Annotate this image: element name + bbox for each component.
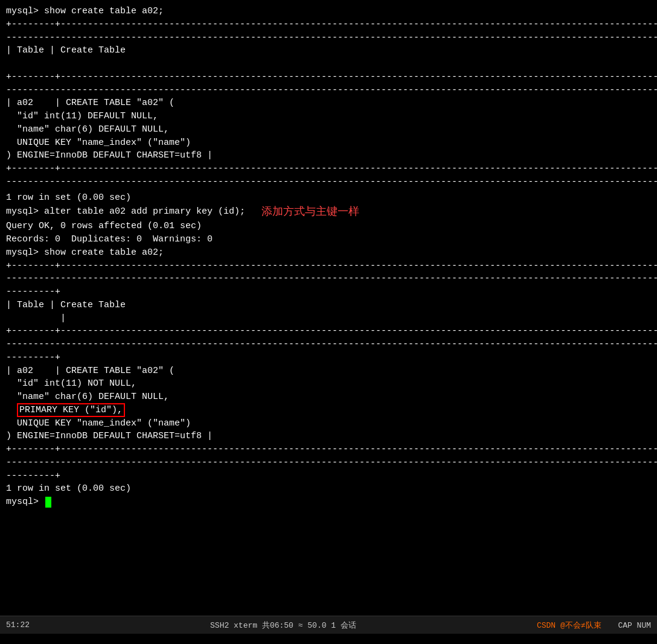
table-header-1: | Table | Create Table | bbox=[6, 44, 651, 57]
records-info: Records: 0 Duplicates: 0 Warnings: 0 bbox=[6, 233, 651, 246]
data-row-1-4: UNIQUE KEY "name_index" ("name") bbox=[6, 136, 651, 150]
result-1-text: 1 row in set (0.00 sec) bbox=[6, 191, 651, 205]
table-header-2b: | bbox=[6, 312, 651, 325]
status-caps-num: CAP NUM bbox=[618, 621, 651, 630]
separator-3b: ----------------------------------------… bbox=[6, 176, 651, 189]
separator-2a: +--------+------------------------------… bbox=[6, 71, 651, 84]
status-middle: SSH2 xterm 共06:50 ≈ 50.0 1 会话 bbox=[210, 620, 356, 631]
command-line-2-container: mysql> alter table a02 add primary key (… bbox=[6, 204, 651, 220]
statusbar: 51:22 SSH2 xterm 共06:50 ≈ 50.0 1 会话 CSDN… bbox=[0, 616, 657, 634]
table-header-1b: | bbox=[6, 57, 651, 71]
terminal: mysql> show create table a02; +--------+… bbox=[0, 0, 657, 616]
status-right-section: CSDN @不会≠队束 CAP NUM bbox=[537, 620, 651, 631]
separator-6a: +--------+------------------------------… bbox=[6, 443, 651, 456]
command-line-2: mysql> alter table a02 add primary key (… bbox=[6, 205, 261, 218]
data-row-1-5: ) ENGINE=InnoDB DEFAULT CHARSET=utf8 | bbox=[6, 149, 651, 162]
data-row-2-4-highlighted: PRIMARY KEY ("id"), bbox=[6, 404, 651, 417]
separator-6c: ---------+ bbox=[6, 470, 651, 483]
data-row-2-2: "id" int(11) NOT NULL, bbox=[6, 377, 651, 391]
command-line-3: mysql> show create table a02; bbox=[6, 246, 651, 260]
separator-3a: +--------+------------------------------… bbox=[6, 162, 651, 176]
annotation-text: 添加方式与主键一样 bbox=[261, 204, 359, 220]
table-header-2: | Table | Create Table bbox=[6, 299, 651, 312]
separator-4b: ----------------------------------------… bbox=[6, 272, 651, 285]
data-row-1-2: "id" int(11) DEFAULT NULL, bbox=[6, 110, 651, 123]
data-row-1-3: "name" char(6) DEFAULT NULL, bbox=[6, 123, 651, 136]
data-row-2-5: UNIQUE KEY "name_index" ("name") bbox=[6, 417, 651, 430]
separator-5c: ---------+ bbox=[6, 351, 651, 365]
separator-2b: ----------------------------------------… bbox=[6, 84, 651, 97]
separator-6b: ----------------------------------------… bbox=[6, 456, 651, 470]
primary-key-highlight: PRIMARY KEY ("id"), bbox=[17, 403, 125, 417]
final-prompt-line: mysql> bbox=[6, 496, 651, 509]
data-row-1-1: | a02 | CREATE TABLE "a02" ( bbox=[6, 97, 651, 110]
command-line-1: mysql> show create table a02; bbox=[6, 5, 651, 18]
separator-4a: +--------+------------------------------… bbox=[6, 260, 651, 273]
separator-1a: +--------+------------------------------… bbox=[6, 18, 651, 31]
separator-5b: ----------------------------------------… bbox=[6, 338, 651, 351]
status-time: 51:22 bbox=[6, 620, 30, 630]
separator-5a: +--------+------------------------------… bbox=[6, 325, 651, 338]
status-csdn: CSDN @不会≠队束 bbox=[537, 621, 601, 630]
query-ok: Query OK, 0 rows affected (0.01 sec) bbox=[6, 220, 651, 233]
data-row-2-1: | a02 | CREATE TABLE "a02" ( bbox=[6, 365, 651, 378]
data-row-2-3: "name" char(6) DEFAULT NULL, bbox=[6, 391, 651, 404]
separator-4c: ---------+ bbox=[6, 285, 651, 299]
data-row-2-6: ) ENGINE=InnoDB DEFAULT CHARSET=utf8 | bbox=[6, 430, 651, 443]
cursor bbox=[45, 497, 51, 508]
separator-1b: ----------------------------------------… bbox=[6, 31, 651, 45]
result-2-text: 1 row in set (0.00 sec) bbox=[6, 482, 651, 496]
final-prompt-text: mysql> bbox=[6, 496, 44, 509]
